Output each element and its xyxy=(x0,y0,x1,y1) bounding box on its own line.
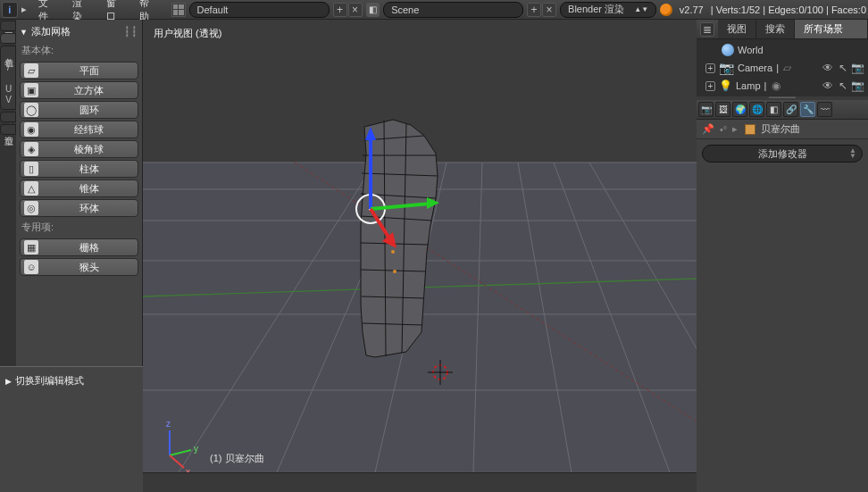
blender-logo-icon xyxy=(660,4,672,16)
cone-icon: △ xyxy=(24,181,38,196)
screen-layout-browse-icon[interactable] xyxy=(171,3,186,17)
outliner-world-name: World xyxy=(738,45,764,55)
outliner-lamp-name: Lamp xyxy=(736,80,761,91)
outliner-tab-search[interactable]: 搜索 xyxy=(756,20,795,38)
disclosure-right-icon: ▶ xyxy=(5,377,12,386)
tab-tools[interactable]: 工具 xyxy=(0,21,16,31)
top-menubar: i ▸ 文件 渲染 窗口 帮助 Default + × ◧ Scene + × … xyxy=(0,0,868,20)
scene-field[interactable]: Scene xyxy=(383,2,523,18)
svg-point-36 xyxy=(391,250,395,254)
render-visible-icon[interactable]: 📷 xyxy=(851,79,864,93)
panel-add-mesh-header[interactable]: ▼ 添加网格 ┇┇ xyxy=(20,23,138,40)
add-modifier-dropdown[interactable]: 添加修改器 ▲▼ xyxy=(702,145,863,163)
eye-icon[interactable]: 👁 xyxy=(821,79,834,93)
tab-create[interactable]: 创建 xyxy=(0,33,16,44)
breadcrumb-object-name: 贝塞尔曲 xyxy=(761,122,800,136)
world-icon xyxy=(722,44,734,56)
add-uvsphere-button[interactable]: ◉ 经纬球 xyxy=(20,121,138,138)
props-icon-data[interactable]: 〰 xyxy=(817,102,832,117)
tab-shading[interactable]: 着色 / UV xyxy=(0,46,16,110)
render-engine-label: Blender 渲染 xyxy=(568,3,624,16)
chain-icon: •° xyxy=(720,124,727,135)
tab-sculpt[interactable]: 造型 xyxy=(0,124,16,135)
add-grid-button[interactable]: ▦ 栅格 xyxy=(20,238,138,256)
expand-icon[interactable]: + xyxy=(705,63,715,73)
eye-icon[interactable]: 👁 xyxy=(821,62,834,75)
tab-options[interactable]: 选项 xyxy=(0,112,16,122)
camera-icon: 📷 xyxy=(719,61,734,75)
info-icon[interactable]: i xyxy=(2,2,18,18)
modifier-panel: 添加修改器 ▲▼ xyxy=(697,139,868,168)
add-icosphere-button[interactable]: ◈ 棱角球 xyxy=(20,140,138,158)
screen-layout-field[interactable]: Default xyxy=(189,2,330,18)
active-object-label: (1) 贝塞尔曲 xyxy=(210,452,264,465)
delete-screen-button[interactable]: × xyxy=(348,3,363,17)
properties-breadcrumb-row: 📌 •° ▸ 贝塞尔曲 xyxy=(697,120,868,139)
label-special: 专用项: xyxy=(20,219,138,237)
outliner-row-world[interactable]: World xyxy=(700,41,864,59)
viewport-footer xyxy=(143,472,697,492)
scene-browse-icon[interactable]: ◧ xyxy=(366,3,380,17)
add-monkey-button[interactable]: ☺ 猴头 xyxy=(20,258,138,276)
header-expand-icon[interactable]: ▸ xyxy=(21,4,30,15)
add-cylinder-button[interactable]: ▯ 柱体 xyxy=(20,160,138,178)
cursor-icon[interactable]: ↖ xyxy=(836,62,849,75)
uvsphere-icon: ◉ xyxy=(24,122,38,137)
add-plane-button[interactable]: ▱ 平面 xyxy=(20,62,138,79)
outliner[interactable]: World + 📷 Camera | ▱ 👁 ↖ 📷 + 💡 Lamp | ◉ … xyxy=(697,39,868,96)
render-visible-icon[interactable]: 📷 xyxy=(851,62,864,75)
lamp-icon: 💡 xyxy=(719,79,732,92)
disclosure-triangle-icon: ▼ xyxy=(20,28,28,37)
viewport-hud: 用户视图 (透视) xyxy=(154,27,221,40)
outliner-type-icon[interactable]: ≣ xyxy=(700,22,714,37)
add-modifier-label: 添加修改器 xyxy=(758,147,807,161)
svg-point-37 xyxy=(393,270,396,273)
props-icon-modifier[interactable]: 🔧 xyxy=(800,102,815,117)
operator-panel: ▶ 切换到编辑模式 xyxy=(0,366,143,492)
delete-scene-button[interactable]: × xyxy=(542,3,556,17)
operator-title: 切换到编辑模式 xyxy=(15,374,84,388)
render-engine-dropdown[interactable]: Blender 渲染 ▲▼ xyxy=(560,2,656,18)
panel-grip-icon[interactable]: ┇┇ xyxy=(124,26,138,38)
viewport-svg: z y x xyxy=(143,20,697,472)
screen-layout-name: Default xyxy=(197,4,229,15)
version-label: v2.77 xyxy=(680,4,704,15)
props-icon-object[interactable]: ◧ xyxy=(766,102,781,117)
add-scene-button[interactable]: + xyxy=(527,3,541,17)
plane-icon: ▱ xyxy=(24,63,38,78)
circle-icon: ◯ xyxy=(24,103,38,117)
axis-y-label: y xyxy=(194,444,198,454)
3d-viewport[interactable]: z y x 用户视图 (透视) (1) 贝塞尔曲 xyxy=(143,20,697,472)
props-icon-scene[interactable]: 🌍 xyxy=(732,102,747,117)
label-primitives: 基本体: xyxy=(20,42,138,60)
add-circle-button[interactable]: ◯ 圆环 xyxy=(20,101,138,119)
props-icon-world[interactable]: 🌐 xyxy=(749,102,764,117)
add-cone-button[interactable]: △ 锥体 xyxy=(20,179,138,197)
operator-header[interactable]: ▶ 切换到编辑模式 xyxy=(5,372,138,389)
add-torus-button[interactable]: ◎ 环体 xyxy=(20,199,138,217)
props-icon-renderlayer[interactable]: 🖼 xyxy=(715,102,730,117)
cursor-icon[interactable]: ↖ xyxy=(836,79,849,93)
tool-shelf: ▼ 添加网格 ┇┇ 基本体: ▱ 平面 ▣ 立方体 ◯ 圆环 ◉ 经纬球 ◈ 棱… xyxy=(16,20,143,366)
properties-tabs: 📷 🖼 🌍 🌐 ◧ 🔗 🔧 〰 xyxy=(697,100,868,120)
expand-icon[interactable]: + xyxy=(705,81,715,91)
right-panel: ≣ 视图 搜索 所有场景 World + 📷 Camera | ▱ 👁 ↖ 📷 … xyxy=(697,20,868,492)
add-screen-button[interactable]: + xyxy=(333,3,347,17)
cylinder-icon: ▯ xyxy=(24,162,38,176)
monkey-icon: ☺ xyxy=(24,260,38,274)
cube-icon: ▣ xyxy=(24,83,38,97)
outliner-row-lamp[interactable]: + 💡 Lamp | ◉ 👁 ↖ 📷 xyxy=(700,77,864,95)
outliner-tab-view[interactable]: 视图 xyxy=(718,20,756,38)
stats-label: | Verts:1/52 | Edges:0/100 | Faces:0 xyxy=(711,4,866,15)
icosphere-icon: ◈ xyxy=(24,142,38,156)
grid-icon: ▦ xyxy=(24,240,38,254)
outliner-header: ≣ 视图 搜索 所有场景 xyxy=(697,20,868,39)
scene-name: Scene xyxy=(391,4,419,15)
add-cube-button[interactable]: ▣ 立方体 xyxy=(20,81,138,99)
outliner-tab-all-scenes[interactable]: 所有场景 xyxy=(795,20,868,38)
props-icon-render[interactable]: 📷 xyxy=(698,102,714,117)
pin-icon[interactable]: 📌 xyxy=(702,123,714,135)
outliner-row-camera[interactable]: + 📷 Camera | ▱ 👁 ↖ 📷 xyxy=(700,59,864,77)
panel-add-mesh-title: 添加网格 xyxy=(31,25,71,38)
props-icon-constraint[interactable]: 🔗 xyxy=(783,102,798,117)
